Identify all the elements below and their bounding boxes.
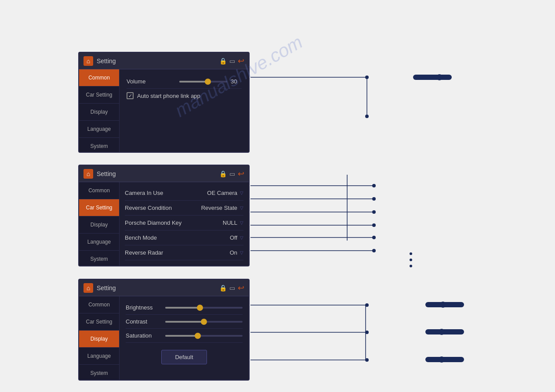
car-arrow-2[interactable]: ▽: [240, 220, 243, 225]
car-row-5: Reverse Track On ▽: [125, 260, 243, 266]
panel-title-2: Setting: [97, 170, 219, 177]
svg-rect-34: [425, 357, 464, 362]
volume-slider-fill: [179, 81, 208, 83]
car-setting-panel: Setting 🔒 ▭ ↩ Common Car Setting Display…: [78, 165, 250, 266]
svg-point-19: [372, 249, 376, 252]
auto-start-checkbox[interactable]: [127, 92, 134, 99]
sidebar-1: Common Car Setting Display Language Syst…: [79, 69, 120, 152]
lock-icon-1[interactable]: 🔒: [219, 58, 227, 65]
back-btn-3[interactable]: ↩: [238, 283, 244, 293]
header-icons-2: 🔒 ▭ ↩: [219, 169, 244, 179]
car-label-2: Porsche Diamond Key: [125, 219, 223, 226]
sidebar-system-3[interactable]: System: [79, 365, 119, 381]
svg-point-9: [372, 184, 376, 187]
car-arrow-3[interactable]: ▽: [240, 235, 243, 240]
brightness-row: Brightness: [126, 301, 243, 315]
sidebar-common-2[interactable]: Common: [79, 182, 119, 199]
volume-value: 30: [231, 78, 242, 85]
default-button[interactable]: Default: [161, 350, 207, 364]
screen-icon-3[interactable]: ▭: [229, 284, 235, 291]
saturation-row: Saturation: [126, 329, 243, 343]
auto-start-row: Auto start phone link app: [127, 89, 242, 103]
panel-header-2: Setting 🔒 ▭ ↩: [79, 165, 249, 182]
volume-slider-track[interactable]: [179, 81, 227, 83]
brightness-fill: [165, 307, 200, 309]
panel-content-1: Volume 30 Auto start phone link app: [120, 69, 249, 152]
car-label-5: Reverse Track: [125, 264, 230, 266]
sidebar-language-3[interactable]: Language: [79, 348, 119, 365]
svg-point-27: [440, 302, 446, 308]
sidebar-display-2[interactable]: Display: [79, 216, 119, 234]
back-btn-1[interactable]: ↩: [238, 56, 244, 66]
panel-content-2: Camera In Use OE Camera ▽ Reverse Condit…: [120, 182, 249, 266]
svg-point-11: [372, 197, 376, 201]
sidebar-system-2[interactable]: System: [79, 251, 119, 266]
panel-title-3: Setting: [97, 284, 219, 291]
car-arrow-4[interactable]: ▽: [240, 250, 243, 255]
car-row-3: Bench Mode Off ▽: [125, 230, 243, 245]
brightness-slider[interactable]: [165, 307, 243, 309]
display-panel: Setting 🔒 ▭ ↩ Common Car Setting Display…: [78, 279, 250, 381]
car-arrow-5[interactable]: ▽: [240, 265, 243, 266]
panel-title-1: Setting: [97, 58, 219, 65]
contrast-thumb[interactable]: [201, 319, 207, 325]
home-icon-2[interactable]: [83, 169, 93, 179]
volume-slider-thumb[interactable]: [205, 79, 211, 85]
svg-rect-26: [425, 302, 464, 307]
saturation-slider[interactable]: [165, 335, 243, 337]
header-icons-3: 🔒 ▭ ↩: [219, 283, 244, 293]
car-arrow-0[interactable]: ▽: [240, 191, 243, 195]
svg-point-29: [365, 331, 369, 334]
contrast-label: Contrast: [126, 318, 165, 325]
sidebar-2: Common Car Setting Display Language Syst…: [79, 182, 120, 266]
sidebar-carsetting-2[interactable]: Car Setting: [79, 199, 119, 216]
car-arrow-1[interactable]: ▽: [240, 205, 243, 210]
home-icon-1[interactable]: [83, 56, 93, 66]
volume-label: Volume: [127, 78, 179, 85]
sidebar-common-3[interactable]: Common: [79, 296, 119, 313]
contrast-fill: [165, 321, 204, 323]
auto-start-label: Auto start phone link app: [137, 93, 200, 99]
sidebar-system-1[interactable]: System: [79, 138, 119, 153]
svg-point-35: [439, 356, 445, 363]
car-value-5: On: [230, 264, 237, 266]
car-value-2: NULL: [223, 219, 237, 226]
svg-point-22: [410, 265, 412, 267]
svg-rect-2: [413, 75, 452, 80]
svg-point-31: [439, 329, 445, 335]
lock-icon-3[interactable]: 🔒: [219, 284, 227, 291]
sidebar-display-1[interactable]: Display: [79, 104, 119, 121]
contrast-slider[interactable]: [165, 321, 243, 323]
panel-body-2: Common Car Setting Display Language Syst…: [79, 182, 249, 266]
screen-icon-1[interactable]: ▭: [229, 58, 235, 65]
svg-point-17: [372, 236, 376, 239]
sidebar-display-3[interactable]: Display: [79, 331, 119, 348]
screen-icon-2[interactable]: ▭: [229, 170, 235, 177]
panel-content-3: Brightness Contrast Saturation: [120, 296, 249, 380]
home-icon-3[interactable]: [83, 283, 93, 293]
car-row-4: Reverse Radar On ▽: [125, 245, 243, 260]
brightness-thumb[interactable]: [197, 305, 203, 311]
lock-icon-2[interactable]: 🔒: [219, 170, 227, 177]
svg-rect-30: [425, 329, 464, 334]
sidebar-common-1[interactable]: Common: [79, 69, 119, 86]
car-row-1: Reverse Condition Reverse State ▽: [125, 201, 243, 216]
panel-header-3: Setting 🔒 ▭ ↩: [79, 280, 249, 296]
sidebar-language-1[interactable]: Language: [79, 121, 119, 138]
back-btn-2[interactable]: ↩: [238, 169, 244, 179]
car-label-1: Reverse Condition: [125, 205, 201, 211]
svg-point-21: [410, 259, 412, 261]
svg-point-33: [365, 358, 369, 362]
sidebar-carsetting-1[interactable]: Car Setting: [79, 86, 119, 104]
car-label-0: Camera In Use: [125, 190, 207, 196]
sidebar-carsetting-3[interactable]: Car Setting: [79, 313, 119, 331]
contrast-row: Contrast: [126, 315, 243, 329]
saturation-thumb[interactable]: [195, 333, 201, 339]
volume-row: Volume 30: [127, 75, 242, 89]
panel-header-1: Setting 🔒 ▭ ↩: [79, 53, 249, 69]
svg-point-6: [365, 115, 369, 118]
sidebar-language-2[interactable]: Language: [79, 234, 119, 251]
car-value-0: OE Camera: [207, 190, 237, 196]
car-value-4: On: [230, 249, 237, 256]
car-value-3: Off: [230, 234, 237, 241]
